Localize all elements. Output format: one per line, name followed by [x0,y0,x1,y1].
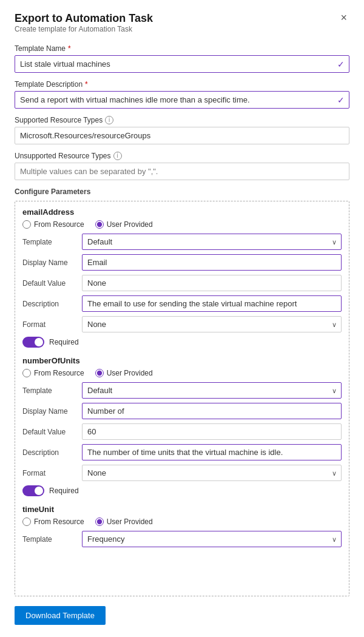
check-mark-icon: ✓ [337,59,345,69]
email-required-toggle[interactable] [22,337,44,348]
number-description-input[interactable] [82,444,342,460]
number-from-resource-option[interactable]: From Resource [22,369,84,377]
required-star: * [68,44,71,53]
email-display-name-label: Display Name [22,258,77,267]
email-default-value-input[interactable] [82,275,342,291]
time-from-resource-radio[interactable] [22,517,31,526]
number-user-provided-option[interactable]: User Provided [95,369,153,377]
download-template-button[interactable]: Download Template [15,606,106,625]
number-display-name-input[interactable] [82,403,342,419]
number-default-value-label: Default Value [22,428,77,436]
email-display-name-row: Display Name [22,254,342,271]
number-radio-row: From Resource User Provided [22,369,342,377]
email-required-row: Required [22,337,342,348]
template-desc-input[interactable] [15,91,349,109]
number-required-toggle[interactable] [22,485,44,496]
number-default-value-row: Default Value [22,423,342,440]
time-param-title: timeUnit [22,505,342,514]
bottom-bar: Download Template [15,606,349,625]
number-format-select[interactable]: None [82,465,342,481]
number-from-resource-radio[interactable] [22,369,31,377]
email-param-block: emailAddress From Resource User Provided… [22,207,342,348]
template-name-label: Template Name * [15,44,349,53]
number-format-label: Format [22,469,77,477]
time-from-resource-option[interactable]: From Resource [22,517,84,526]
email-format-select[interactable]: None [82,316,342,332]
template-desc-label: Template Description * [15,80,349,89]
email-from-resource-radio[interactable] [22,220,31,229]
number-default-value-input[interactable] [82,423,342,440]
email-user-provided-radio[interactable] [95,220,104,229]
number-display-name-label: Display Name [22,407,77,416]
time-template-row: Template Frequency [22,531,342,547]
params-section: emailAddress From Resource User Provided… [15,201,349,596]
email-format-label: Format [22,320,77,329]
number-template-label: Template [22,386,77,395]
email-display-name-input[interactable] [82,254,342,271]
check-mark-desc-icon: ✓ [337,95,345,105]
email-param-title: emailAddress [22,207,342,217]
supported-types-input[interactable] [15,127,349,144]
email-template-select[interactable]: Default [82,234,342,250]
email-required-label: Required [49,338,79,346]
number-display-name-row: Display Name [22,403,342,419]
email-radio-row: From Resource User Provided [22,220,342,229]
time-user-provided-radio[interactable] [95,517,104,526]
close-button[interactable]: × [338,12,349,23]
number-param-title: numberOfUnits [22,356,342,365]
number-user-provided-radio[interactable] [95,369,104,377]
email-user-provided-option[interactable]: User Provided [95,220,153,229]
number-template-row: Template Default [22,382,342,399]
email-description-row: Description [22,295,342,312]
email-format-row: Format None [22,316,342,332]
time-param-block: timeUnit From Resource User Provided Tem… [22,505,342,547]
number-format-row: Format None [22,465,342,481]
time-radio-row: From Resource User Provided [22,517,342,526]
number-required-row: Required [22,485,342,496]
email-description-label: Description [22,300,77,308]
number-toggle-knob [35,487,43,495]
email-default-value-label: Default Value [22,279,77,288]
required-star-desc: * [85,80,88,89]
email-template-label: Template [22,238,77,246]
dialog-title: Export to Automation Task [15,12,153,25]
number-template-select[interactable]: Default [82,382,342,399]
email-toggle-knob [35,338,43,346]
email-description-input[interactable] [82,295,342,312]
number-description-row: Description [22,444,342,460]
dialog-subtitle: Create template for Automation Task [15,25,153,33]
unsupported-types-label: Unsupported Resource Types i [15,152,349,160]
unsupported-types-info-icon[interactable]: i [113,152,122,160]
time-user-provided-option[interactable]: User Provided [95,517,153,526]
time-template-label: Template [22,535,77,544]
supported-types-label: Supported Resource Types i [15,116,349,124]
number-param-block: numberOfUnits From Resource User Provide… [22,356,342,496]
unsupported-types-input[interactable] [15,163,349,180]
configure-params-label: Configure Parameters [15,187,349,196]
time-template-select[interactable]: Frequency [82,531,342,547]
email-default-value-row: Default Value [22,275,342,291]
email-template-row: Template Default [22,234,342,250]
number-required-label: Required [49,487,79,495]
template-name-input[interactable] [15,55,349,73]
supported-types-info-icon[interactable]: i [105,116,113,124]
email-from-resource-option[interactable]: From Resource [22,220,84,229]
number-description-label: Description [22,448,77,457]
